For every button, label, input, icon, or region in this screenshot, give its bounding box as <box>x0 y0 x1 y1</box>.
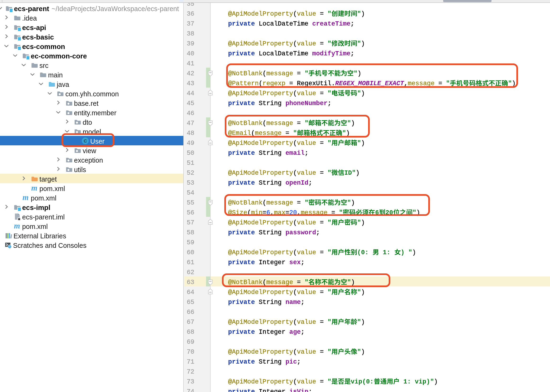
svg-text:m: m <box>14 222 20 230</box>
svg-text:m: m <box>31 184 37 192</box>
svg-text:m: m <box>22 194 29 202</box>
